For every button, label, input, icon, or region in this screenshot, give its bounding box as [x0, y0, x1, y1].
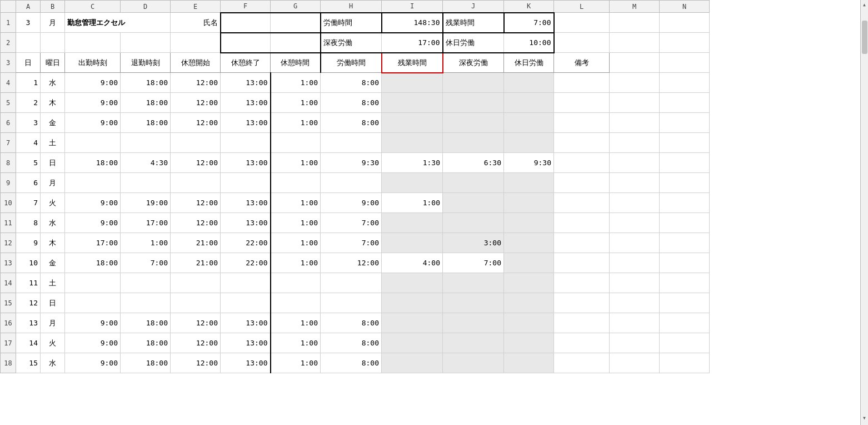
cell-I2-value[interactable]: 17:00	[382, 33, 443, 53]
cell-data[interactable]	[554, 353, 610, 373]
cell-data[interactable]	[221, 273, 271, 293]
cell-data[interactable]	[504, 313, 554, 333]
cell-data[interactable]	[610, 153, 660, 173]
cell-data[interactable]: 月	[41, 313, 65, 333]
cell-data[interactable]: 12:00	[171, 353, 221, 373]
cell-data[interactable]: 12:00	[171, 93, 221, 113]
cell-data[interactable]	[443, 213, 504, 233]
cell-data[interactable]	[121, 133, 171, 153]
cell-data[interactable]: 8:00	[321, 93, 382, 113]
cell-data[interactable]: 7:00	[321, 233, 382, 253]
cell-data[interactable]	[610, 173, 660, 193]
cell-data[interactable]: 1:00	[271, 73, 321, 93]
cell-data[interactable]: 1:00	[271, 353, 321, 373]
cell-data[interactable]	[221, 293, 271, 313]
cell-data[interactable]: 日	[41, 153, 65, 173]
cell-data[interactable]	[660, 353, 710, 373]
cell-data[interactable]	[554, 93, 610, 113]
cell-data[interactable]	[171, 293, 221, 313]
cell-data[interactable]	[610, 233, 660, 253]
cell-M3[interactable]	[610, 53, 660, 73]
cell-data[interactable]: 火	[41, 193, 65, 213]
cell-data[interactable]: 14	[16, 333, 41, 353]
cell-data[interactable]: 18:00	[121, 113, 171, 133]
cell-data[interactable]: 土	[41, 273, 65, 293]
cell-data[interactable]	[660, 313, 710, 333]
cell-data[interactable]	[610, 293, 660, 313]
cell-data[interactable]: 18:00	[121, 93, 171, 113]
cell-data[interactable]: 1:00	[271, 213, 321, 233]
cell-data[interactable]: 13:00	[221, 113, 271, 133]
cell-data[interactable]: 12:00	[171, 193, 221, 213]
cell-data[interactable]	[271, 293, 321, 313]
scrollbar-vertical[interactable]: ▲ ▼	[860, 0, 868, 425]
cell-data[interactable]: 9:00	[65, 113, 121, 133]
cell-J3[interactable]: 深夜労働	[443, 53, 504, 73]
cell-data[interactable]	[610, 253, 660, 273]
cell-data[interactable]: 9:00	[65, 353, 121, 373]
cell-H2-label[interactable]: 深夜労働	[321, 33, 382, 53]
cell-data[interactable]	[554, 193, 610, 213]
cell-data[interactable]: 18:00	[121, 313, 171, 333]
cell-data[interactable]: 9:00	[65, 213, 121, 233]
cell-data[interactable]: 1:00	[382, 193, 443, 213]
cell-data[interactable]: 11	[16, 273, 41, 293]
cell-data[interactable]: 18:00	[121, 333, 171, 353]
cell-C3[interactable]: 出勤時刻	[65, 53, 121, 73]
cell-data[interactable]: 水	[41, 73, 65, 93]
cell-B2[interactable]	[41, 33, 65, 53]
cell-data[interactable]	[443, 353, 504, 373]
cell-N2[interactable]	[660, 33, 710, 53]
cell-data[interactable]: 7:00	[121, 253, 171, 273]
cell-data[interactable]: 13:00	[221, 353, 271, 373]
cell-data[interactable]: 13:00	[221, 93, 271, 113]
cell-data[interactable]	[382, 173, 443, 193]
cell-data[interactable]: 9:00	[65, 313, 121, 333]
cell-N1[interactable]	[660, 13, 710, 33]
cell-data[interactable]: 5	[16, 153, 41, 173]
cell-data[interactable]	[610, 193, 660, 213]
cell-data[interactable]	[660, 173, 710, 193]
cell-data[interactable]	[443, 313, 504, 333]
cell-A2[interactable]	[16, 33, 41, 53]
cell-data[interactable]	[121, 173, 171, 193]
cell-data[interactable]	[554, 273, 610, 293]
cell-data[interactable]	[382, 293, 443, 313]
cell-data[interactable]	[443, 273, 504, 293]
cell-B3[interactable]: 曜日	[41, 53, 65, 73]
cell-K3[interactable]: 休日労働	[504, 53, 554, 73]
cell-data[interactable]: 12:00	[171, 153, 221, 173]
cell-data[interactable]: 土	[41, 133, 65, 153]
cell-data[interactable]	[121, 293, 171, 313]
cell-data[interactable]	[554, 213, 610, 233]
cell-L2[interactable]	[554, 33, 610, 53]
cell-data[interactable]: 木	[41, 93, 65, 113]
cell-data[interactable]	[610, 113, 660, 133]
cell-data[interactable]	[660, 293, 710, 313]
cell-data[interactable]	[660, 253, 710, 273]
cell-data[interactable]: 1:00	[271, 193, 321, 213]
cell-J1-label[interactable]: 残業時間	[443, 13, 504, 33]
cell-data[interactable]	[660, 333, 710, 353]
cell-data[interactable]	[504, 253, 554, 273]
cell-data[interactable]: 水	[41, 213, 65, 233]
cell-data[interactable]	[271, 173, 321, 193]
cell-data[interactable]	[504, 173, 554, 193]
cell-data[interactable]	[554, 293, 610, 313]
cell-data[interactable]	[610, 73, 660, 93]
cell-data[interactable]: 10	[16, 253, 41, 273]
cell-data[interactable]: 12:00	[171, 333, 221, 353]
cell-data[interactable]	[271, 273, 321, 293]
cell-data[interactable]	[321, 133, 382, 153]
cell-data[interactable]: 1:00	[271, 233, 321, 253]
cell-data[interactable]: 木	[41, 233, 65, 253]
cell-data[interactable]	[504, 233, 554, 253]
cell-data[interactable]	[554, 253, 610, 273]
cell-data[interactable]	[171, 133, 221, 153]
cell-data[interactable]: 7:00	[443, 253, 504, 273]
cell-data[interactable]: 1:00	[271, 333, 321, 353]
cell-data[interactable]	[443, 333, 504, 353]
cell-data[interactable]: 1:00	[271, 253, 321, 273]
cell-data[interactable]: 13:00	[221, 193, 271, 213]
cell-data[interactable]: 19:00	[121, 193, 171, 213]
